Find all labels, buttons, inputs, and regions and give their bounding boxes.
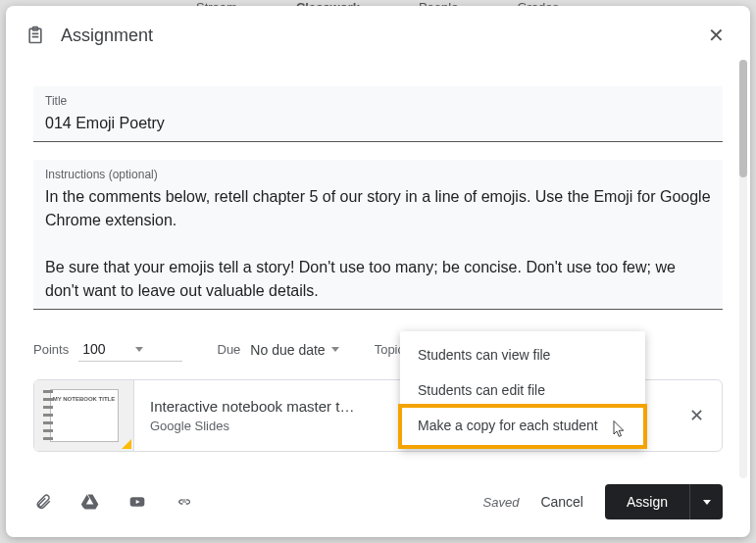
points-control[interactable]: Points 100 [33, 337, 182, 362]
assign-button-group: Assign [605, 484, 723, 519]
menu-option-edit[interactable]: Students can edit file [400, 372, 645, 408]
title-label: Title [45, 94, 711, 108]
points-label: Points [33, 342, 69, 357]
due-value[interactable]: No due date [250, 342, 325, 358]
attachment-title[interactable]: Interactive notebook master t… [150, 398, 374, 419]
chevron-down-icon[interactable] [331, 347, 339, 352]
footer-toolbar: Saved Cancel Assign [6, 476, 750, 537]
due-label: Due [218, 342, 241, 357]
assign-button[interactable]: Assign [605, 484, 689, 519]
scrollbar-track[interactable] [739, 60, 747, 478]
close-button[interactable]: ✕ [702, 18, 731, 53]
chevron-down-icon [703, 500, 711, 505]
menu-option-view[interactable]: Students can view file [400, 337, 645, 372]
scrollbar-thumb[interactable] [739, 60, 747, 177]
youtube-icon[interactable] [127, 492, 147, 512]
assignment-modal: Assignment ✕ Title 014 Emoji Poetry Inst… [6, 6, 750, 537]
attach-file-icon[interactable] [33, 492, 53, 512]
saved-status: Saved [483, 495, 520, 510]
title-field[interactable]: Title 014 Emoji Poetry [33, 86, 723, 142]
attachment-thumbnail[interactable]: MY NOTEBOOK TITLE [34, 380, 134, 451]
instructions-input[interactable]: In the comments below, retell chapter 5 … [45, 181, 711, 303]
instructions-label: Instructions (optional) [45, 168, 711, 181]
due-control[interactable]: Due No due date [218, 342, 339, 358]
thumb-text: MY NOTEBOOK TITLE [53, 396, 116, 403]
assignment-icon [25, 25, 45, 45]
points-value[interactable]: 100 [82, 341, 105, 357]
assign-dropdown-button[interactable] [689, 484, 723, 519]
remove-attachment-button[interactable]: ✕ [689, 405, 704, 426]
attachment-permission-menu: Students can view file Students can edit… [400, 331, 645, 449]
title-input[interactable]: 014 Emoji Poetry [45, 108, 711, 135]
chevron-down-icon[interactable] [135, 347, 143, 352]
cancel-button[interactable]: Cancel [540, 494, 583, 510]
slides-corner-icon [122, 439, 131, 449]
instructions-field[interactable]: Instructions (optional) In the comments … [33, 160, 723, 310]
menu-option-copy[interactable]: Make a copy for each student [400, 408, 645, 443]
drive-icon[interactable] [80, 492, 100, 512]
modal-title: Assignment [61, 25, 153, 46]
attachment-type: Google Slides [150, 419, 374, 433]
link-icon[interactable] [175, 492, 194, 512]
modal-header: Assignment ✕ [6, 6, 750, 65]
